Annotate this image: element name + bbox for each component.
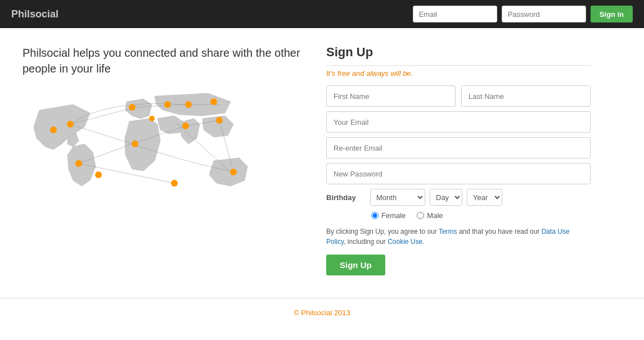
svg-point-16 [164, 101, 171, 108]
svg-point-17 [185, 101, 192, 108]
svg-point-22 [171, 180, 178, 187]
cookie-link[interactable]: Cookie Use [388, 238, 422, 246]
svg-point-19 [182, 123, 189, 129]
tagline: Philsocial helps you connected and share… [22, 45, 304, 76]
svg-line-1 [70, 124, 132, 144]
header-right: Sign in [413, 6, 633, 22]
male-option[interactable]: Male [417, 211, 443, 220]
header-email-input[interactable] [413, 6, 497, 22]
terms-link[interactable]: Terms [439, 228, 457, 235]
gender-row: Female Male [326, 211, 591, 220]
terms-text: By clicking Sign Up, you agree to our Te… [326, 226, 591, 247]
svg-line-8 [79, 164, 174, 183]
svg-point-10 [67, 121, 74, 128]
female-option[interactable]: Female [371, 211, 406, 220]
main-content: Philsocial helps you connected and share… [0, 28, 644, 292]
male-radio[interactable] [417, 212, 424, 219]
signup-panel: Sign Up It's free and always will be. Bi… [326, 45, 591, 275]
logo: Philsocial [11, 8, 58, 20]
female-label: Female [381, 211, 406, 220]
svg-point-20 [216, 117, 223, 124]
free-text: It's free and always will be. [326, 69, 591, 78]
birthday-row: Birthday Month JanuaryFebruaryMarch Apri… [326, 189, 591, 206]
footer: © Philsocial 2013 [0, 298, 644, 327]
re-enter-email-input[interactable] [326, 137, 591, 158]
birthday-label: Birthday [326, 193, 366, 202]
year-select[interactable]: Year 201320001990 [467, 189, 502, 206]
new-password-input[interactable] [326, 163, 591, 184]
svg-point-23 [149, 116, 155, 121]
svg-point-14 [129, 104, 136, 111]
svg-point-15 [132, 140, 138, 147]
header: Philsocial Sign in [0, 0, 644, 28]
email-input[interactable] [326, 111, 591, 133]
name-row [326, 85, 591, 107]
signin-button[interactable]: Sign in [591, 6, 633, 22]
left-panel: Philsocial helps you connected and share… [22, 45, 304, 275]
world-map [22, 88, 259, 211]
svg-point-18 [210, 98, 217, 105]
female-radio[interactable] [371, 212, 379, 219]
svg-point-21 [230, 169, 237, 175]
header-password-input[interactable] [502, 6, 586, 22]
copyright: © Philsocial 2013 [294, 309, 350, 317]
signup-title: Sign Up [326, 45, 591, 66]
last-name-input[interactable] [461, 85, 591, 107]
svg-point-12 [75, 160, 82, 167]
svg-point-13 [95, 171, 102, 178]
map-container [22, 88, 259, 211]
month-select[interactable]: Month JanuaryFebruaryMarch AprilMayJune … [370, 189, 425, 206]
male-label: Male [427, 211, 443, 220]
day-select[interactable]: Day 123 [430, 189, 462, 206]
first-name-input[interactable] [326, 85, 456, 107]
svg-point-11 [50, 126, 57, 133]
signup-button[interactable]: Sign Up [326, 255, 385, 275]
